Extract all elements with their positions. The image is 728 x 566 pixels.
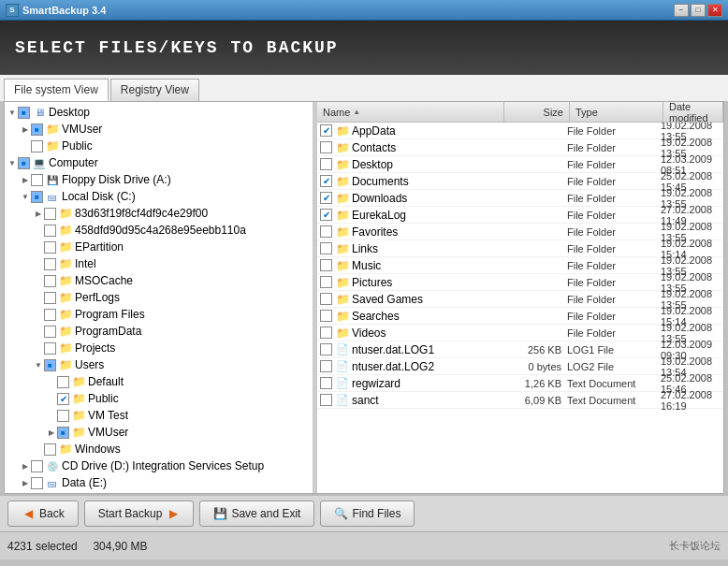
tree-checkbox-vmuserinner[interactable]: ■	[57, 427, 69, 439]
tree-item-vmtest[interactable]: 📁VM Test	[7, 407, 311, 424]
tree-expander-windows[interactable]	[33, 443, 44, 455]
back-button[interactable]: ◀ Back	[7, 501, 79, 527]
tree-item-computer[interactable]: ▼■💻Computer	[7, 154, 311, 171]
file-checkbox-2[interactable]	[320, 158, 332, 170]
file-checkbox-15[interactable]	[320, 377, 332, 389]
tree-expander-floppy[interactable]: ▶	[20, 174, 31, 185]
file-checkbox-6[interactable]	[320, 225, 332, 238]
maximize-button[interactable]: □	[691, 4, 706, 17]
tree-checkbox-cdrive[interactable]	[31, 460, 43, 472]
file-checkbox-7[interactable]	[320, 242, 332, 254]
tree-checkbox-public[interactable]	[31, 140, 43, 152]
tree-checkbox-perflogs[interactable]	[44, 292, 56, 304]
file-checkbox-8[interactable]	[320, 259, 332, 271]
tree-item-projects[interactable]: 📁Projects	[7, 340, 311, 356]
tree-expander-hash2[interactable]	[33, 225, 44, 236]
tree-checkbox-msocache[interactable]	[44, 275, 56, 287]
tree-expander-publicuser[interactable]	[46, 393, 57, 404]
tree-expander-hash1[interactable]: ▶	[33, 208, 44, 219]
tree-item-datae[interactable]: ▶🖴Data (E:)	[7, 474, 311, 491]
tree-expander-intel[interactable]	[33, 258, 44, 269]
file-checkbox-13[interactable]	[320, 343, 332, 356]
tree-expander-perflogs[interactable]	[33, 292, 44, 303]
tree-checkbox-hash1[interactable]	[44, 208, 56, 220]
tree-item-localc[interactable]: ▼■🖴Local Disk (C:)	[7, 188, 311, 205]
file-checkbox-5[interactable]: ✔	[320, 209, 332, 221]
tree-checkbox-users[interactable]: ■	[44, 359, 56, 371]
file-checkbox-11[interactable]	[320, 310, 332, 322]
tree-checkbox-programfiles[interactable]	[44, 309, 56, 321]
file-checkbox-16[interactable]	[320, 394, 332, 406]
tree-checkbox-vmuser[interactable]: ■	[31, 123, 43, 136]
tree-item-perflogs[interactable]: 📁PerfLogs	[7, 289, 311, 306]
col-header-date[interactable]: Date modified	[663, 102, 723, 122]
start-backup-button[interactable]: Start Backup ▶	[84, 501, 195, 527]
tree-item-cdrive[interactable]: ▶💿CD Drive (D:) Integration Services Set…	[7, 457, 311, 474]
tree-item-hash2[interactable]: 📁458dfd90d95c4a268e95eebb110a	[7, 222, 311, 239]
tab-registry[interactable]: Registry View	[110, 79, 199, 101]
tree-expander-programfiles[interactable]	[33, 309, 44, 320]
file-checkbox-12[interactable]	[320, 327, 332, 339]
tree-expander-datae[interactable]: ▶	[20, 477, 31, 488]
tree-item-epartition[interactable]: 📁EPartition	[7, 239, 311, 255]
close-button[interactable]: ✕	[707, 4, 722, 17]
tree-expander-epartition[interactable]	[33, 241, 44, 253]
tree-checkbox-windows[interactable]	[44, 443, 56, 456]
tree-expander-computer[interactable]: ▼	[7, 157, 18, 168]
file-checkbox-4[interactable]: ✔	[320, 192, 332, 204]
find-files-button[interactable]: 🔍 Find Files	[320, 501, 415, 527]
tree-expander-msocache[interactable]	[33, 275, 44, 286]
tree-item-users[interactable]: ▼■📁Users	[7, 356, 311, 373]
tree-checkbox-default[interactable]	[57, 376, 69, 388]
tree-expander-projects[interactable]	[33, 342, 44, 354]
tree-item-hash1[interactable]: ▶📁83d63f19f8cf4df9c4e29f00	[7, 205, 311, 222]
tree-expander-cdrive[interactable]: ▶	[20, 460, 31, 472]
tree-item-public[interactable]: 📁Public	[7, 138, 311, 154]
tree-checkbox-hash2[interactable]	[44, 225, 56, 237]
tree-item-intel[interactable]: 📁Intel	[7, 255, 311, 272]
tree-item-msocache[interactable]: 📁MSOCache	[7, 272, 311, 289]
tree-expander-localc[interactable]: ▼	[20, 191, 31, 202]
tree-checkbox-epartition[interactable]	[44, 241, 56, 254]
tree-item-desktop[interactable]: ▼■🖥Desktop	[7, 104, 311, 121]
tree-item-default[interactable]: 📁Default	[7, 373, 311, 390]
col-header-type[interactable]: Type	[570, 102, 663, 122]
file-checkbox-1[interactable]	[320, 141, 332, 153]
tree-item-floppy[interactable]: ▶💾Floppy Disk Drive (A:)	[7, 171, 311, 188]
file-checkbox-0[interactable]: ✔	[320, 124, 332, 137]
file-checkbox-9[interactable]	[320, 276, 332, 288]
tree-checkbox-desktop[interactable]: ■	[18, 107, 30, 119]
tree-expander-vmuserinner[interactable]: ▶	[46, 427, 57, 438]
tree-item-programdata[interactable]: 📁ProgramData	[7, 323, 311, 340]
file-checkbox-10[interactable]	[320, 293, 332, 305]
tree-expander-programdata[interactable]	[33, 326, 44, 337]
file-checkbox-3[interactable]: ✔	[320, 175, 332, 187]
tree-expander-vmuser[interactable]: ▶	[20, 123, 31, 135]
tree-item-vmuserinner[interactable]: ▶■📁VMUser	[7, 424, 311, 441]
col-header-name[interactable]: Name ▲	[317, 102, 504, 122]
tree-checkbox-computer[interactable]: ■	[18, 157, 30, 169]
tree-checkbox-intel[interactable]	[44, 258, 56, 270]
tree-checkbox-projects[interactable]	[44, 342, 56, 355]
tree-checkbox-floppy[interactable]	[31, 174, 43, 186]
tree-checkbox-programdata[interactable]	[44, 326, 56, 338]
tree-checkbox-localc[interactable]: ■	[31, 191, 43, 203]
tree-expander-users[interactable]: ▼	[33, 359, 44, 370]
tree-item-programfiles[interactable]: 📁Program Files	[7, 306, 311, 323]
tree-expander-desktop[interactable]: ▼	[7, 107, 18, 118]
tree-expander-vmtest[interactable]	[46, 410, 57, 421]
tree-item-publicuser[interactable]: ✔📁Public	[7, 390, 311, 407]
tree-item-vmuser[interactable]: ▶■📁VMUser	[7, 121, 311, 138]
file-row[interactable]: 📄sanct6,09 KBText Document27.02.2008 16:…	[317, 392, 723, 409]
tree-expander-default[interactable]	[46, 376, 57, 387]
save-exit-button[interactable]: 💾 Save and Exit	[199, 501, 314, 527]
minimize-button[interactable]: −	[674, 4, 689, 17]
file-checkbox-14[interactable]	[320, 360, 332, 372]
col-header-size[interactable]: Size	[504, 102, 570, 122]
tree-checkbox-datae[interactable]	[31, 477, 43, 489]
tree-checkbox-publicuser[interactable]: ✔	[57, 393, 69, 405]
tab-filesystem[interactable]: File system View	[4, 79, 109, 101]
tree-item-windows[interactable]: 📁Windows	[7, 441, 311, 457]
tree-checkbox-vmtest[interactable]	[57, 410, 69, 422]
tree-expander-public[interactable]	[20, 140, 31, 152]
